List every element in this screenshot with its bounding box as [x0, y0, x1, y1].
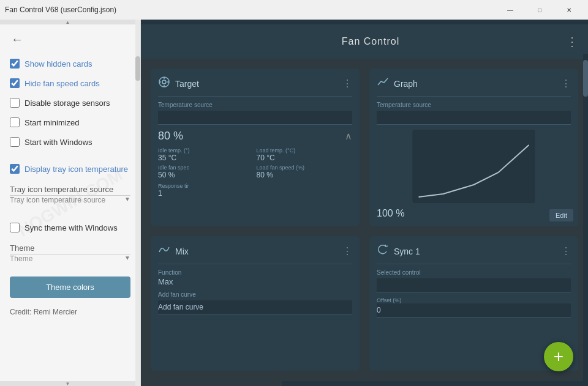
- credit-text: Credit: Remi Mercier: [0, 303, 140, 321]
- graph-area: [377, 130, 571, 203]
- start-with-windows-checkbox[interactable]: [10, 137, 20, 147]
- back-icon: ←: [11, 32, 23, 46]
- start-minimized-label: Start minimized: [24, 118, 80, 127]
- graph-percentage: 100 %: [377, 208, 404, 219]
- response-value: 1: [158, 189, 352, 198]
- graph-card-header: Graph ⋮: [377, 76, 571, 97]
- svg-point-1: [162, 80, 166, 84]
- target-title-group: Target: [158, 76, 199, 91]
- theme-label: Theme: [10, 254, 130, 263]
- mix-card-header: Mix ⋮: [158, 243, 352, 264]
- stat-idle-temp-value: 35 °C: [158, 154, 254, 162]
- theme-colors-button[interactable]: Theme colors: [10, 277, 130, 298]
- stat-idle-fan-label: Idle fan spec: [158, 165, 254, 171]
- display-tray-checkbox[interactable]: [10, 164, 20, 174]
- main-scrollbar[interactable]: [583, 54, 588, 386]
- topbar: Fan Control ⋮: [141, 24, 588, 59]
- target-card-header: Target ⋮: [158, 76, 352, 97]
- stat-load-temp-label: Load temp. (°C): [257, 147, 353, 154]
- hide-fan-speed-item[interactable]: Hide fan speed cards: [0, 73, 140, 93]
- graph-temp-source-label: Temperature source: [377, 102, 571, 108]
- sync-offset-select[interactable]: 0: [377, 303, 571, 317]
- target-card: Target ⋮ Temperature source 80 % ∧ Idle …: [151, 69, 360, 226]
- sync-theme-item[interactable]: Sync theme with Windows: [0, 218, 140, 237]
- mix-icon: [158, 243, 170, 259]
- display-tray-label: Display tray icon temperature: [24, 165, 128, 174]
- titlebar: Fan Control V68 (userConfig.json) — □ ✕: [0, 0, 588, 20]
- close-button[interactable]: ✕: [555, 0, 583, 20]
- mix-card-menu-icon[interactable]: ⋮: [342, 245, 352, 257]
- add-fan-curve-select[interactable]: Add fan curve: [158, 300, 352, 314]
- target-icon: [158, 76, 170, 91]
- tray-source-label: Tray icon temperature source: [10, 196, 130, 204]
- stat-load-temp-value: 70 °C: [257, 154, 353, 162]
- stat-idle-fan-value: 50 %: [158, 171, 254, 179]
- start-minimized-checkbox[interactable]: [10, 117, 20, 127]
- mix-card: Mix ⋮ Function Max Add fan curve Add fan…: [151, 236, 360, 371]
- maximize-button[interactable]: □: [526, 0, 554, 20]
- topbar-menu-icon[interactable]: ⋮: [566, 34, 578, 49]
- show-hidden-cards-item[interactable]: Show hidden cards: [0, 54, 140, 73]
- sync-card-header: Sync 1 ⋮: [377, 243, 571, 264]
- stat-load-fan-value: 80 %: [257, 171, 353, 179]
- main-scrollbar-thumb: [583, 60, 588, 97]
- sync-selected-control-label: Selected control: [377, 269, 571, 276]
- sync-card-title: Sync 1: [394, 247, 420, 256]
- tray-source-dropdown-item: Tray icon temperature source ▼ Tray icon…: [0, 179, 140, 210]
- add-fan-curve-label: Add fan curve: [158, 291, 352, 298]
- sync-card-menu-icon[interactable]: ⋮: [561, 245, 571, 257]
- stat-load-fan: Load fan speed (%) 80 %: [257, 165, 353, 179]
- fab-button[interactable]: +: [544, 342, 573, 371]
- theme-select[interactable]: Theme: [10, 242, 130, 254]
- start-minimized-item[interactable]: Start minimized: [0, 113, 140, 132]
- graph-temp-source-select[interactable]: [377, 111, 571, 125]
- sidebar-scroll-down[interactable]: ▼: [0, 381, 135, 386]
- disable-storage-item[interactable]: Disable storage sensors: [0, 93, 140, 113]
- graph-card-title: Graph: [394, 79, 418, 89]
- mix-card-title: Mix: [175, 247, 189, 256]
- topbar-title: Fan Control: [342, 36, 400, 47]
- target-card-menu-icon[interactable]: ⋮: [342, 78, 352, 89]
- sync-theme-checkbox[interactable]: [10, 223, 20, 232]
- target-percentage-value: 80 %: [158, 130, 183, 143]
- response-section: Response tir 1: [158, 183, 352, 198]
- display-tray-item[interactable]: Display tray icon temperature: [0, 159, 140, 179]
- back-button[interactable]: ←: [5, 27, 29, 51]
- mix-title-group: Mix: [158, 243, 189, 259]
- cards-area: Target ⋮ Temperature source 80 % ∧ Idle …: [141, 59, 588, 386]
- sync-offset-label: Offset (%): [377, 297, 571, 303]
- graph-edit-button[interactable]: Edit: [549, 209, 573, 221]
- sync-title-group: Sync 1: [377, 243, 420, 259]
- graph-card: Graph ⋮ Temperature source 100 % Ed: [369, 69, 578, 226]
- show-hidden-cards-label: Show hidden cards: [24, 59, 92, 69]
- graph-icon: [377, 76, 389, 91]
- target-percentage-display: 80 % ∧: [158, 130, 352, 143]
- app-container: NOGWIN.COM ← Show hidden cards Hide fan …: [0, 20, 588, 386]
- target-chevron-up-icon[interactable]: ∧: [345, 130, 352, 142]
- graph-title-group: Graph: [377, 76, 418, 91]
- disable-storage-checkbox[interactable]: [10, 98, 20, 108]
- stat-idle-fan: Idle fan spec 50 %: [158, 165, 254, 179]
- titlebar-title: Fan Control V68 (userConfig.json): [5, 6, 116, 14]
- top-scrollbar[interactable]: [141, 20, 588, 24]
- start-with-windows-item[interactable]: Start with Windows: [0, 132, 140, 152]
- disable-storage-label: Disable storage sensors: [24, 98, 110, 108]
- target-temp-source-select[interactable]: [158, 111, 352, 125]
- response-label: Response tir: [158, 183, 352, 189]
- sync-selected-control-select[interactable]: [377, 278, 571, 292]
- tray-source-select[interactable]: Tray icon temperature source: [10, 184, 130, 196]
- hide-fan-speed-checkbox[interactable]: [10, 78, 20, 88]
- show-hidden-cards-checkbox[interactable]: [10, 59, 20, 69]
- target-temp-source-label: Temperature source: [158, 102, 352, 108]
- graph-card-menu-icon[interactable]: ⋮: [561, 78, 571, 89]
- minimize-button[interactable]: —: [496, 0, 524, 20]
- bottom-scrollbar[interactable]: [282, 381, 588, 386]
- sync-theme-label: Sync theme with Windows: [24, 223, 118, 232]
- target-card-title: Target: [175, 79, 199, 89]
- sidebar-content: ← Show hidden cards Hide fan speed cards…: [0, 20, 140, 326]
- mix-function-label: Function: [158, 269, 352, 276]
- stat-load-fan-label: Load fan speed (%): [257, 165, 353, 171]
- stat-load-temp: Load temp. (°C) 70 °C: [257, 147, 353, 162]
- sidebar: NOGWIN.COM ← Show hidden cards Hide fan …: [0, 20, 141, 386]
- start-with-windows-label: Start with Windows: [24, 138, 92, 147]
